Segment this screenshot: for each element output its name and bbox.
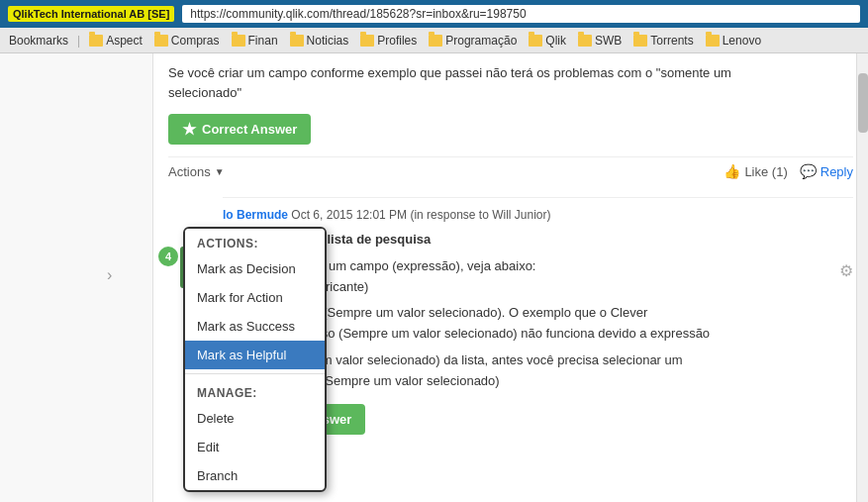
bookmark-programacao[interactable]: Programação (424, 32, 522, 50)
star-icon: ★ (182, 120, 196, 139)
folder-icon (154, 35, 168, 47)
left-sidebar (0, 53, 153, 502)
post1-text: Se você criar um campo conforme exemplo … (168, 63, 853, 102)
separator: | (77, 34, 80, 48)
folder-icon (633, 35, 647, 47)
title-bar: QlikTech International AB [SE] https://c… (0, 0, 868, 28)
mark-as-helpful-item[interactable]: Mark as Helpful (185, 341, 325, 369)
reply-icon: 💬 (800, 163, 817, 179)
folder-icon (706, 35, 720, 47)
dropdown-divider (185, 373, 325, 374)
bookmark-aspect[interactable]: Aspect (84, 32, 147, 50)
bookmark-torrents[interactable]: Torrents (628, 32, 698, 50)
branch-item[interactable]: Branch (185, 461, 325, 490)
mark-as-decision-item[interactable]: Mark as Decision (185, 254, 325, 283)
folder-icon (429, 35, 442, 47)
bookmark-lenovo[interactable]: Lenovo (701, 32, 766, 50)
folder-icon (290, 35, 304, 47)
bookmark-profiles[interactable]: Profiles (355, 32, 422, 50)
actions-bar: Actions ▼ 👍 Like (1) 💬 Reply (168, 156, 853, 185)
manage-section-header: MANAGE: (185, 378, 325, 404)
scrollbar[interactable] (856, 53, 868, 502)
mark-for-action-item[interactable]: Mark for Action (185, 283, 325, 312)
reply-button[interactable]: 💬 Reply (800, 163, 853, 179)
delete-item[interactable]: Delete (185, 404, 325, 433)
folder-icon (232, 35, 245, 47)
chevron-down-icon: ▼ (215, 166, 225, 177)
actions-button[interactable]: Actions ▼ (168, 164, 225, 179)
actions-section-header: ACTIONS: (185, 229, 325, 254)
browser-logo: QlikTech International AB [SE] (8, 6, 174, 22)
post2-header: lo Bermude Oct 6, 2015 12:01 PM (in resp… (223, 208, 853, 222)
folder-icon (360, 35, 374, 47)
url-bar[interactable]: https://community.qlik.com/thread/185628… (182, 5, 860, 23)
bookmark-swb[interactable]: SWB (573, 32, 627, 50)
folder-icon (89, 35, 103, 47)
bookmark-qlik[interactable]: Qlik (524, 32, 571, 50)
thumbs-up-icon: 👍 (723, 163, 740, 179)
arrow-right-icon: › (107, 266, 112, 284)
folder-icon (529, 35, 542, 47)
gear-icon[interactable]: ⚙ (839, 261, 853, 280)
edit-item[interactable]: Edit (185, 433, 325, 461)
bookmarks-bar: Bookmarks | Aspect Compras Finan Noticia… (0, 28, 868, 53)
mark-as-success-item[interactable]: Mark as Success (185, 312, 325, 341)
like-button[interactable]: 👍 Like (1) (723, 163, 787, 179)
actions-dropdown-menu: ACTIONS: Mark as Decision Mark for Actio… (183, 227, 327, 492)
bookmark-noticias[interactable]: Noticias (285, 32, 354, 50)
bookmark-finan[interactable]: Finan (227, 32, 283, 50)
bookmarks-label: Bookmarks (4, 32, 73, 50)
like-reply-section: 👍 Like (1) 💬 Reply (723, 163, 853, 179)
main-content: Se você criar um campo conforme exemplo … (0, 53, 868, 502)
post-number-badge: 4 (158, 247, 178, 266)
bookmark-compras[interactable]: Compras (149, 32, 225, 50)
correct-answer-button-top[interactable]: ★ Correct Answer (168, 114, 311, 145)
folder-icon (578, 35, 592, 47)
scrollbar-thumb[interactable] (858, 73, 868, 133)
